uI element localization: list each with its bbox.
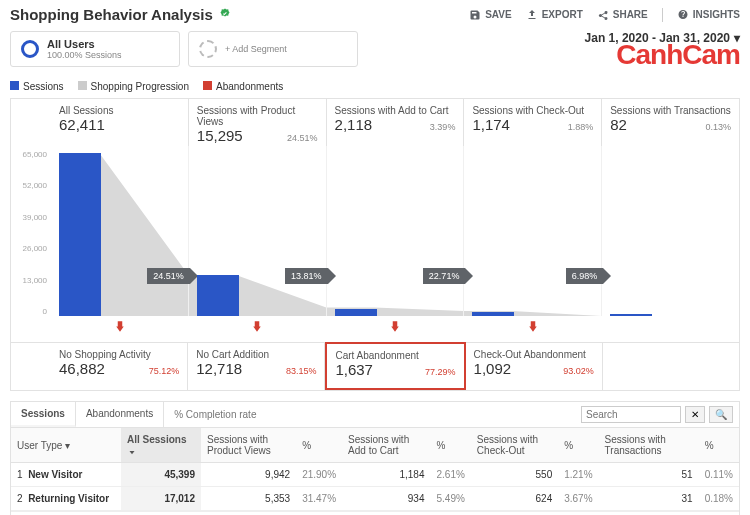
th-pct[interactable]: % <box>558 428 598 463</box>
th-transactions[interactable]: Sessions with Transactions <box>599 428 699 463</box>
segment-sub: 100.00% Sessions <box>47 50 122 60</box>
th-product-views[interactable]: Sessions with Product Views <box>201 428 296 463</box>
verified-icon <box>219 8 231 22</box>
abandon-checkout-abandonment[interactable]: Check-Out Abandonment 1,09293.02% <box>466 342 603 390</box>
search-input[interactable] <box>581 406 681 423</box>
stage-all-sessions[interactable]: All Sessions 62,411 <box>51 99 189 146</box>
add-segment-icon <box>199 40 217 58</box>
page-title: Shopping Behavior Analysis <box>10 6 213 23</box>
tab-abandonments[interactable]: Abandonments <box>76 402 164 427</box>
search-clear-button[interactable]: ✕ <box>685 406 705 423</box>
th-checkout[interactable]: Sessions with Check-Out <box>471 428 558 463</box>
bar-checkout <box>472 312 514 316</box>
abandon-arrow-icon <box>111 319 129 339</box>
legend-sessions-swatch <box>10 81 19 90</box>
funnel-chart: 65,00052,00039,000 26,00013,0000 24.51% … <box>11 146 739 316</box>
progress-flag: 13.81% <box>285 268 328 284</box>
user-type-table: User Type ▾ All Sessions Sessions with P… <box>11 428 739 511</box>
sort-desc-icon[interactable] <box>127 445 137 456</box>
tab-sessions[interactable]: Sessions <box>11 402 76 427</box>
segment-name: All Users <box>47 38 122 50</box>
insights-button[interactable]: INSIGHTS <box>677 9 740 21</box>
progress-flag: 6.98% <box>566 268 604 284</box>
segment-ring-icon <box>21 40 39 58</box>
share-button[interactable]: SHARE <box>597 9 648 21</box>
table-row[interactable]: 2 Returning Visitor 17,012 5,353 31.47% … <box>11 487 739 511</box>
legend-progression-swatch <box>78 81 87 90</box>
table-row[interactable]: 1 New Visitor 45,399 9,942 21.90% 1,184 … <box>11 463 739 487</box>
th-pct[interactable]: % <box>431 428 471 463</box>
segment-all-users[interactable]: All Users 100.00% Sessions <box>10 31 180 67</box>
abandon-cart-abandonment[interactable]: Cart Abandonment 1,63777.29% <box>325 342 465 390</box>
search-button[interactable]: 🔍 <box>709 406 733 423</box>
abandon-no-cart[interactable]: No Cart Addition 12,71883.15% <box>188 342 325 390</box>
bar-all-sessions <box>59 153 101 316</box>
bar-product-views <box>197 275 239 316</box>
abandon-arrow-icon <box>524 319 542 339</box>
bar-transactions <box>610 314 652 316</box>
legend: Sessions Shopping Progression Abandonmen… <box>10 81 740 92</box>
progress-flag: 22.71% <box>423 268 466 284</box>
add-segment-button[interactable]: + Add Segment <box>188 31 358 67</box>
progress-flag: 24.51% <box>147 268 190 284</box>
abandon-arrow-icon <box>386 319 404 339</box>
abandon-arrow-icon <box>248 319 266 339</box>
th-add-cart[interactable]: Sessions with Add to Cart <box>342 428 430 463</box>
legend-abandon-swatch <box>203 81 212 90</box>
th-pct[interactable]: % <box>296 428 342 463</box>
stage-product-views[interactable]: Sessions with Product Views 15,29524.51% <box>189 99 327 146</box>
stage-add-cart[interactable]: Sessions with Add to Cart 2,1183.39% <box>327 99 465 146</box>
bar-add-cart <box>335 309 377 316</box>
y-axis: 65,00052,00039,000 26,00013,0000 <box>11 146 51 316</box>
completion-rate-toggle[interactable]: % Completion rate <box>164 403 266 426</box>
th-user-type[interactable]: User Type <box>17 440 62 451</box>
th-pct[interactable]: % <box>699 428 739 463</box>
dropdown-icon[interactable]: ▾ <box>65 440 70 451</box>
stage-checkout[interactable]: Sessions with Check-Out 1,1741.88% <box>464 99 602 146</box>
th-all-sessions[interactable]: All Sessions <box>127 434 186 445</box>
save-button[interactable]: SAVE <box>469 9 512 21</box>
export-button[interactable]: EXPORT <box>526 9 583 21</box>
abandon-no-shopping[interactable]: No Shopping Activity 46,88275.12% <box>51 342 188 390</box>
stage-transactions[interactable]: Sessions with Transactions 820.13% <box>602 99 739 146</box>
